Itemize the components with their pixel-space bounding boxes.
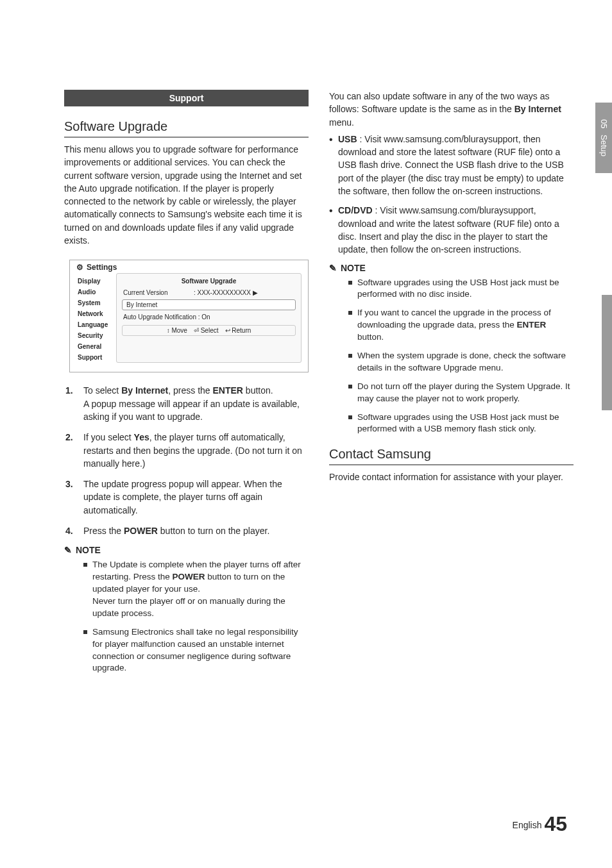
- note-item: If you want to cancel the upgrade in the…: [348, 307, 574, 344]
- note-label-text: NOTE: [341, 263, 366, 273]
- step-text: If you select Yes, the player turns off …: [83, 431, 309, 470]
- sidebar-item-language[interactable]: Language: [76, 319, 116, 330]
- side-tab-chapter: 05: [599, 119, 609, 128]
- footer: English 45: [513, 812, 567, 836]
- left-notes: The Update is complete when the player t…: [64, 559, 309, 674]
- step-text: Press the POWER button to turn on the pl…: [83, 524, 269, 537]
- steps-list: 1. To select By Internet, press the ENTE…: [65, 384, 309, 537]
- note-item: Samsung Electronics shall take no legal …: [83, 626, 309, 675]
- settings-panel: Software Upgrade Current Version : XXX-X…: [116, 273, 302, 363]
- section-header: Support: [64, 90, 309, 106]
- gear-icon: ⚙: [76, 263, 83, 272]
- panel-title: Software Upgrade: [117, 275, 301, 287]
- side-stub: [602, 295, 612, 410]
- settings-title: ⚙ Settings: [70, 260, 308, 273]
- bullet-usb: USB : Visit www.samsung.com/bluraysuppor…: [329, 133, 574, 197]
- note-icon: ✎: [64, 545, 72, 555]
- sidebar-item-security[interactable]: Security: [76, 330, 116, 341]
- note-item: Software upgrades using the USB Host jac…: [348, 277, 574, 301]
- current-version-value: : XXX-XXXXXXXXX ▶: [194, 289, 258, 296]
- hint-move: ↕ Move: [167, 327, 187, 334]
- by-internet-option[interactable]: By Internet: [122, 299, 296, 310]
- sidebar-item-display[interactable]: Display: [76, 276, 116, 287]
- side-tab: 05 Setup: [595, 103, 612, 173]
- note-item: Do not turn off the player during the Sy…: [348, 381, 574, 405]
- step-number: 4.: [65, 524, 77, 537]
- step-text: To select By Internet, press the ENTER b…: [83, 384, 309, 423]
- heading-software-upgrade: Software Upgrade: [64, 119, 309, 138]
- sidebar-item-system[interactable]: System: [76, 297, 116, 308]
- note-label: ✎ NOTE: [64, 545, 309, 555]
- note-label: ✎ NOTE: [329, 263, 574, 273]
- step-1: 1. To select By Internet, press the ENTE…: [65, 384, 309, 423]
- bullet-cddvd: CD/DVD : Visit www.samsung.com/bluraysup…: [329, 204, 574, 256]
- side-tab-label: Setup: [599, 135, 609, 156]
- current-version-label: Current Version: [123, 289, 194, 296]
- hint-return: ↩ Return: [225, 327, 251, 334]
- hint-select: ⏎ Select: [194, 327, 219, 334]
- sidebar-item-support[interactable]: Support: [76, 352, 116, 363]
- page-number: 45: [544, 812, 567, 835]
- right-notes: Software upgrades using the USB Host jac…: [329, 277, 574, 436]
- note-icon: ✎: [329, 263, 337, 273]
- left-column: Support Software Upgrade This menu allow…: [64, 90, 309, 681]
- step-number: 3.: [65, 478, 77, 517]
- note-label-text: NOTE: [76, 545, 101, 555]
- update-methods: USB : Visit www.samsung.com/bluraysuppor…: [329, 133, 574, 256]
- settings-sidebar: Display Audio System Network Language Se…: [76, 273, 116, 363]
- sidebar-item-audio[interactable]: Audio: [76, 287, 116, 297]
- step-text: The update progress popup will appear. W…: [83, 478, 309, 517]
- step-2: 2. If you select Yes, the player turns o…: [65, 431, 309, 470]
- auto-upgrade-notification[interactable]: Auto Upgrade Notification : On: [123, 313, 210, 321]
- settings-title-text: Settings: [87, 263, 117, 272]
- button-hints: ↕ Move ⏎ Select ↩ Return: [122, 325, 296, 336]
- intro-paragraph: This menu allows you to upgrade software…: [64, 143, 309, 247]
- right-intro: You can also update software in any of t…: [329, 90, 574, 129]
- footer-lang: English: [513, 820, 542, 830]
- sidebar-item-general[interactable]: General: [76, 341, 116, 352]
- right-column: You can also update software in any of t…: [329, 90, 574, 681]
- step-number: 1.: [65, 384, 77, 423]
- note-item: The Update is complete when the player t…: [83, 559, 309, 619]
- note-item: Software upgrades using the USB Host jac…: [348, 412, 574, 436]
- heading-contact-samsung: Contact Samsung: [329, 447, 574, 465]
- step-4: 4. Press the POWER button to turn on the…: [65, 524, 309, 537]
- step-number: 2.: [65, 431, 77, 470]
- step-3: 3. The update progress popup will appear…: [65, 478, 309, 517]
- sidebar-item-network[interactable]: Network: [76, 308, 116, 319]
- note-item: When the system upgrade is done, check t…: [348, 350, 574, 374]
- settings-screenshot: ⚙ Settings Display Audio System Network …: [69, 260, 309, 372]
- contact-paragraph: Provide contact information for assistan…: [329, 471, 574, 483]
